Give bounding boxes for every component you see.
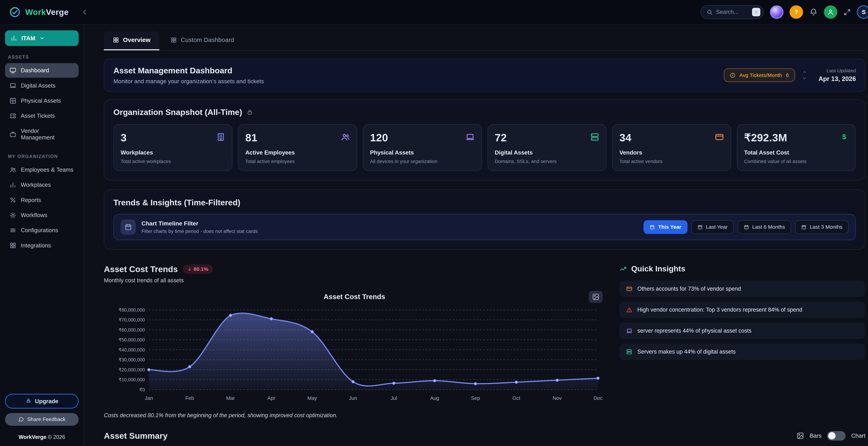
sidebar-item-dashboard[interactable]: Dashboard — [5, 63, 79, 78]
trend-line-chart: ₹0₹10,000,000₹20,000,000₹30,000,000₹40,0… — [104, 303, 605, 404]
sidebar-item-integrations[interactable]: Integrations — [5, 238, 79, 253]
chart-timeline-filter: Chart Timeline Filter Filter charts by t… — [113, 214, 856, 240]
image-icon — [592, 293, 599, 301]
sidebar-item-employees-teams[interactable]: Employees & Teams — [5, 163, 79, 177]
sidebar-item-workplaces[interactable]: Workplaces — [5, 178, 79, 192]
bar-chart-icon — [9, 181, 16, 188]
sidebar-item-label: Employees & Teams — [21, 167, 73, 173]
upgrade-button[interactable]: Upgrade — [5, 394, 79, 409]
page-header-banner: Asset Management Dashboard Monitor and m… — [104, 59, 865, 92]
search-icon — [707, 9, 713, 15]
sidebar-item-vendor-management[interactable]: Vendor Management — [5, 124, 79, 145]
trends-insights-card: Trends & Insights (Time-Filtered) Chart … — [104, 190, 865, 249]
percent-icon — [9, 197, 16, 203]
stat-label: Physical Assets — [370, 149, 474, 156]
sidebar-item-label: Reports — [21, 197, 41, 203]
dashboard-tabs: Overview Custom Dashboard — [104, 31, 865, 50]
filter-last-year-button[interactable]: Last Year — [691, 220, 734, 234]
sidebar-collapse-button[interactable] — [81, 8, 88, 16]
svg-text:₹80,000,000: ₹80,000,000 — [119, 307, 145, 313]
stat-value: 3 — [121, 131, 127, 144]
svg-text:Jan: Jan — [145, 396, 153, 401]
filter-last-6-months-button[interactable]: Last 6 Months — [738, 220, 791, 234]
stat-value: 34 — [619, 131, 631, 144]
chat-icon — [18, 416, 24, 422]
help-label: ? — [795, 8, 798, 15]
svg-text:Nov: Nov — [553, 396, 562, 401]
sidebar-item-reports[interactable]: Reports — [5, 193, 79, 207]
server-icon — [626, 349, 632, 355]
global-search[interactable] — [701, 5, 764, 19]
search-input[interactable] — [716, 9, 749, 15]
app-window: WorkVerge ? S ITAM ASSETS — [0, 0, 868, 446]
filter-button-label: This Year — [658, 224, 681, 230]
last-updated-label: Last Updated — [818, 68, 856, 73]
stat-value: ₹292.3M — [744, 131, 787, 144]
share-feedback-button[interactable]: Share Feedback — [5, 413, 79, 426]
avg-tickets-value: 6 — [786, 72, 789, 78]
avg-tickets-label: Avg Tickets/Month — [739, 72, 782, 78]
sidebar-item-workflows[interactable]: Workflows — [5, 208, 79, 222]
fullscreen-button[interactable] — [843, 8, 851, 16]
sidebar-item-configurations[interactable]: Configurations — [5, 223, 79, 238]
close-icon — [754, 10, 758, 14]
filter-button-label: Last Year — [706, 224, 727, 230]
filter-button-label: Last 6 Months — [752, 224, 785, 230]
last-updated-value: Apr 13, 2026 — [818, 75, 856, 82]
notifications-button[interactable] — [809, 8, 818, 16]
sidebar-footer: WorkVerge © 2026 — [19, 430, 65, 441]
avatar-initial-label: S — [862, 9, 866, 15]
svg-text:₹60,000,000: ₹60,000,000 — [119, 328, 145, 333]
account-button[interactable] — [824, 5, 837, 19]
arrow-down-icon — [187, 267, 192, 271]
quick-insights-panel: Quick Insights Others accounts for 73% o… — [619, 264, 865, 419]
stat-sublabel: Combined value of all assets — [744, 159, 848, 164]
workspace-switcher[interactable]: ITAM — [5, 30, 79, 46]
trend-up-icon — [619, 265, 627, 272]
sidebar-section-my-organization: MY ORGANIZATION — [8, 154, 76, 159]
sidebar-item-asset-tickets[interactable]: Asset Tickets — [5, 108, 79, 123]
profile-avatar[interactable] — [770, 5, 783, 19]
last-updated: Last Updated Apr 13, 2026 — [818, 68, 856, 82]
warning-icon — [626, 307, 632, 313]
svg-text:Apr: Apr — [268, 396, 276, 401]
asset-cost-trends-section: Asset Cost Trends 80.1% Monthly cost tre… — [104, 264, 605, 419]
sidebar-item-physical-assets[interactable]: Physical Assets — [5, 94, 79, 108]
snapshot-title: Organization Snapshot (All-Time) — [113, 107, 242, 117]
svg-text:May: May — [307, 396, 317, 401]
tab-custom-dashboard[interactable]: Custom Dashboard — [162, 31, 243, 50]
users-icon — [341, 133, 350, 141]
calendar-icon — [801, 225, 806, 230]
filter-this-year-button[interactable]: This Year — [644, 220, 687, 234]
help-button[interactable]: ? — [789, 5, 803, 19]
alert-icon — [730, 72, 735, 78]
sidebar-item-label: Digital Assets — [21, 82, 56, 89]
bars-chart-toggle[interactable] — [827, 431, 846, 441]
svg-text:₹10,000,000: ₹10,000,000 — [119, 377, 145, 382]
tab-label: Overview — [123, 36, 150, 43]
tab-overview[interactable]: Overview — [104, 31, 159, 50]
sidebar-item-digital-assets[interactable]: Digital Assets — [5, 78, 79, 93]
clear-search-button[interactable] — [752, 8, 761, 16]
sidebar-item-label: Integrations — [21, 242, 51, 249]
stepper-down-button[interactable] — [802, 75, 807, 81]
export-chart-image-button[interactable] — [589, 291, 602, 303]
stat-label: Vendors — [619, 149, 724, 156]
stat-card-workplaces: 3 Workplaces Total active workplaces — [113, 124, 232, 171]
users-icon — [9, 167, 16, 173]
building-icon — [216, 133, 225, 141]
page-subtitle: Monitor and manage your organization's a… — [113, 78, 264, 84]
calendar-icon — [650, 225, 655, 230]
grid-icon — [170, 37, 177, 43]
user-avatar[interactable]: S — [857, 5, 868, 19]
stepper-up-button[interactable] — [802, 69, 807, 75]
insight-item: High vendor concentration: Top 3 vendors… — [619, 302, 865, 318]
stat-label: Total Asset Cost — [744, 149, 848, 156]
card-icon — [626, 286, 632, 292]
calendar-icon — [125, 224, 132, 231]
stat-value: 120 — [370, 131, 388, 144]
svg-text:Jul: Jul — [391, 396, 397, 401]
filter-last-3-months-button[interactable]: Last 3 Months — [795, 220, 848, 234]
stat-label: Active Employees — [245, 149, 350, 156]
sidebar-section-assets: ASSETS — [8, 55, 76, 60]
